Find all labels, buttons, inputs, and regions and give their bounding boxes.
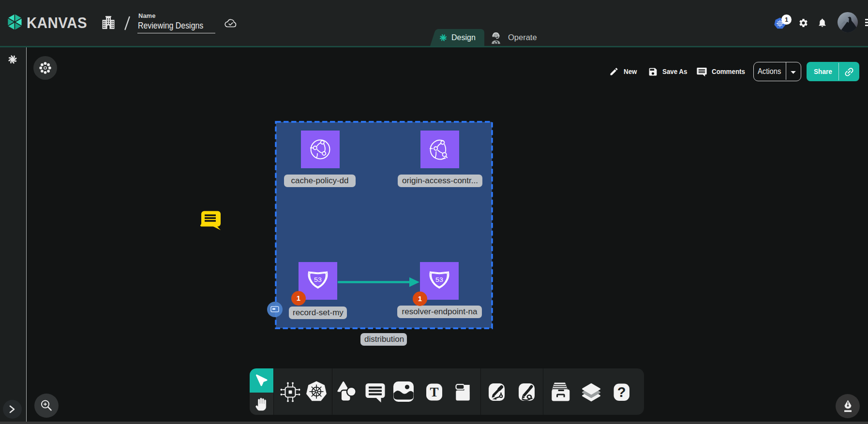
- svg-text:53: 53: [435, 277, 443, 283]
- svg-text:T: T: [430, 385, 438, 399]
- svg-text:?: ?: [617, 384, 626, 400]
- svg-text:53: 53: [314, 277, 322, 283]
